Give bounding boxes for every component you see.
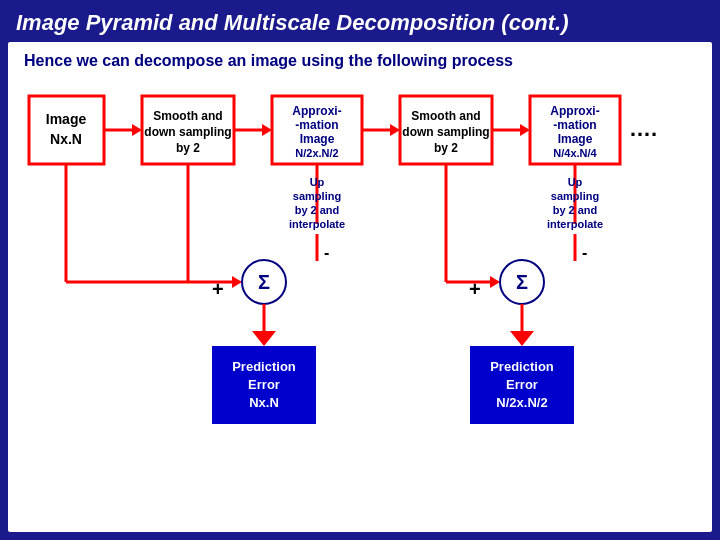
svg-text:Image: Image xyxy=(300,132,335,146)
svg-text:Smooth and: Smooth and xyxy=(411,109,480,123)
content-area: Hence we can decompose an image using th… xyxy=(8,42,712,532)
slide-title: Image Pyramid and Multiscale Decompositi… xyxy=(16,10,704,36)
svg-rect-0 xyxy=(29,96,104,164)
svg-text:down sampling: down sampling xyxy=(402,125,489,139)
svg-text:Σ: Σ xyxy=(258,271,270,293)
svg-text:interpolate: interpolate xyxy=(547,218,603,230)
svg-text:Up: Up xyxy=(310,176,325,188)
svg-text:sampling: sampling xyxy=(293,190,341,202)
svg-text:-: - xyxy=(582,244,587,261)
svg-text:down sampling: down sampling xyxy=(144,125,231,139)
svg-text:Image: Image xyxy=(46,111,87,127)
svg-text:by 2 and: by 2 and xyxy=(553,204,598,216)
svg-marker-40 xyxy=(232,276,242,288)
svg-text:N/4x.N/4: N/4x.N/4 xyxy=(553,147,597,159)
svg-text:-mation: -mation xyxy=(295,118,338,132)
svg-text:Nx.N: Nx.N xyxy=(249,395,279,410)
svg-text:Prediction: Prediction xyxy=(232,359,296,374)
svg-text:sampling: sampling xyxy=(551,190,599,202)
svg-text:Prediction: Prediction xyxy=(490,359,554,374)
svg-text:Smooth and: Smooth and xyxy=(153,109,222,123)
svg-marker-63 xyxy=(510,331,534,346)
svg-text:Nx.N: Nx.N xyxy=(50,131,82,147)
svg-marker-59 xyxy=(490,276,500,288)
svg-text:Approxi-: Approxi- xyxy=(292,104,341,118)
svg-text:….: …. xyxy=(629,116,657,141)
svg-text:Σ: Σ xyxy=(516,271,528,293)
svg-text:by 2: by 2 xyxy=(434,141,458,155)
diagram: Image Nx.N Smooth and down sampling by 2… xyxy=(24,86,714,476)
svg-text:Image: Image xyxy=(558,132,593,146)
svg-text:by 2: by 2 xyxy=(176,141,200,155)
svg-text:by 2 and: by 2 and xyxy=(295,204,340,216)
svg-text:Approxi-: Approxi- xyxy=(550,104,599,118)
svg-text:-: - xyxy=(324,244,329,261)
svg-text:Error: Error xyxy=(506,377,538,392)
svg-text:interpolate: interpolate xyxy=(289,218,345,230)
title-bar: Image Pyramid and Multiscale Decompositi… xyxy=(0,0,720,42)
svg-text:N/2x.N/2: N/2x.N/2 xyxy=(496,395,547,410)
svg-text:Up: Up xyxy=(568,176,583,188)
svg-text:-mation: -mation xyxy=(553,118,596,132)
svg-marker-44 xyxy=(252,331,276,346)
slide: Image Pyramid and Multiscale Decompositi… xyxy=(0,0,720,540)
svg-text:N/2x.N/2: N/2x.N/2 xyxy=(295,147,338,159)
svg-text:Error: Error xyxy=(248,377,280,392)
subtitle: Hence we can decompose an image using th… xyxy=(24,52,513,70)
